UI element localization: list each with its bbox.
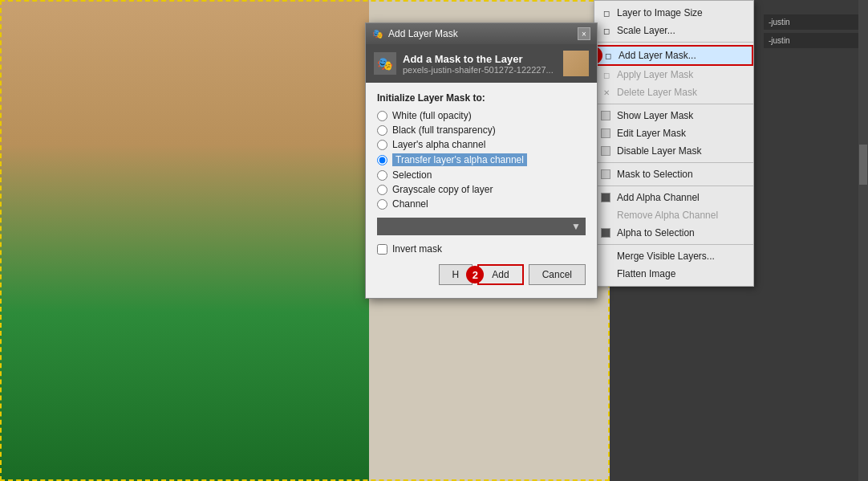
channel-dropdown[interactable] (377, 218, 586, 235)
layers-list: -justin -justin (764, 0, 868, 481)
menu-item-wrapper-add-layer-mask: 1 ◻ Add Layer Mask... (594, 45, 753, 66)
dialog-titlebar: 🎭 Add Layer Mask × (366, 23, 597, 44)
radio-input-transfer-alpha[interactable] (377, 155, 387, 165)
menu-item-delete-layer-mask: ✕ Delete Layer Mask (594, 84, 753, 101)
radio-input-black[interactable] (377, 125, 387, 136)
radio-input-grayscale[interactable] (377, 185, 387, 195)
dialog-header-icon: 🎭 (374, 52, 396, 75)
dialog-footer: H 2 Add Cancel (377, 264, 586, 288)
menu-label-merge-visible-layers: Merge Visible Layers... (617, 251, 715, 262)
add-button-wrapper: 2 Add (477, 264, 523, 285)
cancel-button[interactable]: Cancel (529, 264, 586, 285)
dialog-title-icon: 🎭 (372, 29, 383, 39)
menu-label-add-alpha-channel: Add Alpha Channel (617, 192, 700, 203)
dialog-header-subtitle: pexels-justin-shaifer-501272-122227... (403, 65, 557, 75)
menu-icon-flatten-image (601, 268, 612, 279)
menu-label-edit-layer-mask: Edit Layer Mask (617, 128, 686, 139)
radio-option-grayscale: Grayscale copy of layer (377, 184, 586, 195)
radio-option-white: White (full opacity) (377, 110, 586, 121)
menu-label-scale-layer: Scale Layer... (617, 25, 675, 36)
menu-icon-scale-layer: ◻ (601, 25, 612, 36)
dialog-header-text: Add a Mask to the Layer pexels-justin-sh… (403, 53, 557, 75)
mask-icon: 🎭 (377, 56, 393, 71)
dialog-header-title: Add a Mask to the Layer (403, 53, 557, 65)
radio-label-transfer-alpha: Transfer layer's alpha channel (392, 153, 527, 166)
menu-item-disable-layer-mask[interactable]: Disable Layer Mask (594, 142, 753, 160)
separator-3 (594, 162, 753, 163)
menu-label-add-layer-mask: Add Layer Mask... (619, 50, 696, 61)
radio-option-layer-alpha: Layer's alpha channel (377, 139, 586, 150)
dialog-body: Initialize Layer Mask to: White (full op… (366, 83, 597, 298)
dialog-titlebar-left: 🎭 Add Layer Mask (372, 28, 458, 39)
menu-icon-layer-to-image-size: ◻ (601, 7, 612, 18)
menu-item-merge-visible-layers[interactable]: Merge Visible Layers... (594, 247, 753, 265)
radio-label-selection: Selection (392, 169, 432, 181)
menu-item-apply-layer-mask: ◻ Apply Layer Mask (594, 66, 753, 84)
add-layer-mask-dialog: 🎭 Add Layer Mask × 🎭 Add a Mask to the L… (365, 22, 598, 299)
menu-label-apply-layer-mask: Apply Layer Mask (617, 69, 693, 80)
menu-label-disable-layer-mask: Disable Layer Mask (617, 145, 701, 157)
menu-icon-mask-to-selection (601, 169, 610, 179)
menu-item-flatten-image[interactable]: Flatten Image (594, 265, 753, 283)
radio-input-white[interactable] (377, 111, 387, 121)
menu-item-remove-alpha-channel: Remove Alpha Channel (594, 206, 753, 224)
dialog-close-button[interactable]: × (578, 27, 590, 40)
radio-input-selection[interactable] (377, 170, 387, 181)
menu-label-remove-alpha-channel: Remove Alpha Channel (617, 210, 718, 221)
menu-item-scale-layer[interactable]: ◻ Scale Layer... (594, 22, 753, 39)
scrollbar-thumb[interactable] (859, 145, 867, 185)
invert-mask-label: Invert mask (392, 243, 442, 255)
menu-item-alpha-to-selection[interactable]: Alpha to Selection (594, 224, 753, 242)
separator-2 (594, 104, 753, 104)
channel-dropdown-wrapper: ▼ (377, 218, 586, 235)
radio-group-mask-options: White (full opacity) Black (full transpa… (377, 110, 586, 210)
radio-option-channel: Channel (377, 198, 586, 210)
menu-icon-edit-layer-mask (601, 128, 610, 138)
radio-input-layer-alpha[interactable] (377, 140, 387, 150)
layer-item-2[interactable]: -justin (764, 33, 868, 48)
dialog-header: 🎭 Add a Mask to the Layer pexels-justin-… (366, 44, 597, 83)
radio-label-white: White (full opacity) (392, 110, 472, 121)
separator-1 (594, 42, 753, 43)
menu-icon-disable-layer-mask (601, 146, 610, 156)
menu-item-edit-layer-mask[interactable]: Edit Layer Mask (594, 124, 753, 142)
canvas-face-area (0, 0, 369, 481)
context-menu: ◻ Layer to Image Size ◻ Scale Layer... 1… (594, 0, 754, 287)
menu-icon-apply-layer-mask: ◻ (601, 69, 612, 80)
menu-label-layer-to-image-size: Layer to Image Size (617, 7, 703, 18)
radio-label-layer-alpha: Layer's alpha channel (392, 139, 485, 150)
add-button[interactable]: Add (477, 264, 523, 285)
dialog-section-title: Initialize Layer Mask to: (377, 92, 586, 104)
menu-icon-merge-visible-layers (601, 251, 612, 262)
separator-4 (594, 185, 753, 186)
menu-item-show-layer-mask[interactable]: Show Layer Mask (594, 107, 753, 124)
radio-label-grayscale: Grayscale copy of layer (392, 184, 493, 195)
radio-label-channel: Channel (392, 198, 428, 210)
menu-icon-show-layer-mask (601, 111, 610, 120)
radio-option-transfer-alpha: Transfer layer's alpha channel (377, 153, 586, 166)
dialog-header-thumbnail (563, 51, 589, 76)
menu-icon-alpha-to-selection (601, 228, 610, 238)
badge-2: 2 (466, 266, 484, 283)
radio-option-black: Black (full transparency) (377, 124, 586, 136)
menu-icon-add-layer-mask: ◻ (602, 50, 614, 61)
menu-item-mask-to-selection[interactable]: Mask to Selection (594, 165, 753, 183)
layer-item-1[interactable]: -justin (764, 14, 868, 30)
invert-mask-row: Invert mask (377, 243, 586, 255)
menu-label-delete-layer-mask: Delete Layer Mask (617, 87, 697, 98)
menu-item-layer-to-image-size[interactable]: ◻ Layer to Image Size (594, 4, 753, 22)
menu-icon-remove-alpha-channel (601, 210, 612, 221)
menu-item-add-alpha-channel[interactable]: Add Alpha Channel (594, 189, 753, 206)
separator-5 (594, 244, 753, 245)
menu-icon-add-alpha-channel (601, 193, 610, 202)
menu-icon-delete-layer-mask: ✕ (601, 87, 612, 98)
radio-option-selection: Selection (377, 169, 586, 181)
menu-label-mask-to-selection: Mask to Selection (617, 169, 693, 180)
menu-label-flatten-image: Flatten Image (617, 268, 675, 279)
menu-item-add-layer-mask[interactable]: ◻ Add Layer Mask... (594, 45, 753, 66)
invert-mask-checkbox[interactable] (377, 244, 387, 255)
scrollbar-track (858, 0, 868, 481)
radio-input-channel[interactable] (377, 199, 387, 210)
radio-label-black: Black (full transparency) (392, 124, 496, 136)
menu-label-alpha-to-selection: Alpha to Selection (617, 227, 695, 238)
